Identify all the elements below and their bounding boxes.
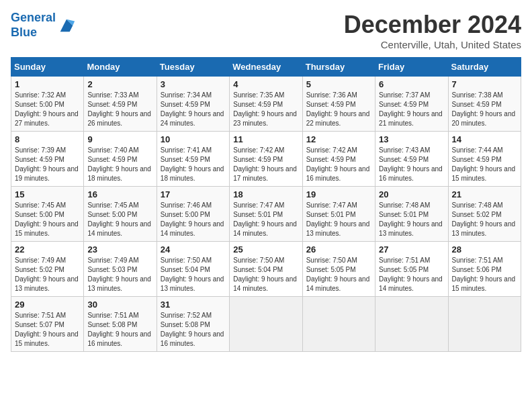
day-number: 9 bbox=[87, 134, 152, 144]
table-row: 24 Sunrise: 7:50 AMSunset: 5:04 PMDaylig… bbox=[157, 242, 229, 297]
day-detail: Sunrise: 7:42 AMSunset: 4:59 PMDaylight:… bbox=[306, 146, 370, 182]
day-number: 16 bbox=[87, 189, 152, 199]
day-detail: Sunrise: 7:35 AMSunset: 4:59 PMDaylight:… bbox=[233, 91, 297, 127]
day-number: 21 bbox=[452, 189, 517, 199]
table-row: 15 Sunrise: 7:45 AMSunset: 5:00 PMDaylig… bbox=[11, 187, 84, 242]
day-detail: Sunrise: 7:41 AMSunset: 4:59 PMDaylight:… bbox=[161, 146, 224, 182]
table-row: 4 Sunrise: 7:35 AMSunset: 4:59 PMDayligh… bbox=[230, 77, 302, 132]
day-detail: Sunrise: 7:46 AMSunset: 5:00 PMDaylight:… bbox=[161, 201, 224, 237]
day-number: 25 bbox=[233, 244, 298, 255]
logo-icon bbox=[57, 16, 76, 35]
day-number: 14 bbox=[452, 134, 517, 144]
day-detail: Sunrise: 7:50 AMSunset: 5:04 PMDaylight:… bbox=[161, 257, 224, 292]
day-number: 31 bbox=[161, 300, 226, 310]
day-number: 26 bbox=[306, 244, 371, 255]
table-row: 3 Sunrise: 7:34 AMSunset: 4:59 PMDayligh… bbox=[157, 77, 229, 132]
table-row: 25 Sunrise: 7:50 AMSunset: 5:04 PMDaylig… bbox=[230, 242, 302, 297]
day-detail: Sunrise: 7:47 AMSunset: 5:01 PMDaylight:… bbox=[306, 201, 370, 237]
day-detail: Sunrise: 7:37 AMSunset: 4:59 PMDaylight:… bbox=[379, 91, 443, 127]
day-number: 27 bbox=[379, 244, 444, 255]
table-row: 5 Sunrise: 7:36 AMSunset: 4:59 PMDayligh… bbox=[302, 77, 375, 132]
table-row: 23 Sunrise: 7:49 AMSunset: 5:03 PMDaylig… bbox=[84, 242, 157, 297]
day-detail: Sunrise: 7:33 AMSunset: 4:59 PMDaylight:… bbox=[87, 91, 151, 127]
day-number: 6 bbox=[379, 79, 444, 89]
day-number: 19 bbox=[306, 189, 371, 199]
table-row: 18 Sunrise: 7:47 AMSunset: 5:01 PMDaylig… bbox=[230, 187, 302, 242]
table-row: 8 Sunrise: 7:39 AMSunset: 4:59 PMDayligh… bbox=[11, 132, 84, 187]
table-row: 31 Sunrise: 7:52 AMSunset: 5:08 PMDaylig… bbox=[157, 297, 229, 352]
calendar-week-2: 8 Sunrise: 7:39 AMSunset: 4:59 PMDayligh… bbox=[11, 132, 521, 187]
day-detail: Sunrise: 7:50 AMSunset: 5:04 PMDaylight:… bbox=[233, 257, 297, 292]
day-number: 17 bbox=[161, 189, 226, 199]
day-number: 24 bbox=[161, 244, 226, 255]
table-row: 30 Sunrise: 7:51 AMSunset: 5:08 PMDaylig… bbox=[84, 297, 157, 352]
day-number: 10 bbox=[161, 134, 226, 144]
table-row: 12 Sunrise: 7:42 AMSunset: 4:59 PMDaylig… bbox=[302, 132, 375, 187]
day-number: 20 bbox=[379, 189, 444, 199]
day-detail: Sunrise: 7:39 AMSunset: 4:59 PMDaylight:… bbox=[15, 146, 79, 182]
day-detail: Sunrise: 7:49 AMSunset: 5:03 PMDaylight:… bbox=[87, 257, 151, 292]
table-row: 16 Sunrise: 7:45 AMSunset: 5:00 PMDaylig… bbox=[84, 187, 157, 242]
col-saturday: Saturday bbox=[448, 58, 521, 77]
day-detail: Sunrise: 7:51 AMSunset: 5:05 PMDaylight:… bbox=[379, 257, 443, 292]
day-detail: Sunrise: 7:44 AMSunset: 4:59 PMDaylight:… bbox=[452, 146, 516, 182]
day-number: 7 bbox=[452, 79, 517, 89]
title-area: December 2024 Centerville, Utah, United … bbox=[344, 11, 521, 50]
day-detail: Sunrise: 7:34 AMSunset: 4:59 PMDaylight:… bbox=[161, 91, 224, 127]
table-row: 9 Sunrise: 7:40 AMSunset: 4:59 PMDayligh… bbox=[84, 132, 157, 187]
day-detail: Sunrise: 7:40 AMSunset: 4:59 PMDaylight:… bbox=[87, 146, 151, 182]
day-detail: Sunrise: 7:36 AMSunset: 4:59 PMDaylight:… bbox=[306, 91, 370, 127]
table-row: 10 Sunrise: 7:41 AMSunset: 4:59 PMDaylig… bbox=[157, 132, 229, 187]
day-number: 28 bbox=[452, 244, 517, 255]
calendar-week-5: 29 Sunrise: 7:51 AMSunset: 5:07 PMDaylig… bbox=[11, 297, 521, 352]
col-tuesday: Tuesday bbox=[157, 58, 229, 77]
calendar-week-3: 15 Sunrise: 7:45 AMSunset: 5:00 PMDaylig… bbox=[11, 187, 521, 242]
day-number: 12 bbox=[306, 134, 371, 144]
day-detail: Sunrise: 7:51 AMSunset: 5:07 PMDaylight:… bbox=[15, 312, 79, 347]
day-number: 30 bbox=[87, 300, 152, 310]
table-row: 17 Sunrise: 7:46 AMSunset: 5:00 PMDaylig… bbox=[157, 187, 229, 242]
day-number: 4 bbox=[233, 79, 298, 89]
day-detail: Sunrise: 7:50 AMSunset: 5:05 PMDaylight:… bbox=[306, 257, 370, 292]
day-number: 13 bbox=[379, 134, 444, 144]
day-number: 15 bbox=[15, 189, 80, 199]
logo-text: General Blue bbox=[11, 11, 56, 40]
day-detail: Sunrise: 7:47 AMSunset: 5:01 PMDaylight:… bbox=[233, 201, 297, 237]
day-detail: Sunrise: 7:38 AMSunset: 4:59 PMDaylight:… bbox=[452, 91, 516, 127]
day-detail: Sunrise: 7:42 AMSunset: 4:59 PMDaylight:… bbox=[233, 146, 297, 182]
table-row: 29 Sunrise: 7:51 AMSunset: 5:07 PMDaylig… bbox=[11, 297, 84, 352]
table-row bbox=[375, 297, 448, 352]
day-number: 18 bbox=[233, 189, 298, 199]
day-detail: Sunrise: 7:48 AMSunset: 5:02 PMDaylight:… bbox=[452, 201, 516, 237]
table-row: 27 Sunrise: 7:51 AMSunset: 5:05 PMDaylig… bbox=[375, 242, 448, 297]
table-row: 28 Sunrise: 7:51 AMSunset: 5:06 PMDaylig… bbox=[448, 242, 521, 297]
table-row: 21 Sunrise: 7:48 AMSunset: 5:02 PMDaylig… bbox=[448, 187, 521, 242]
day-number: 22 bbox=[15, 244, 80, 255]
day-detail: Sunrise: 7:32 AMSunset: 5:00 PMDaylight:… bbox=[15, 91, 79, 127]
day-detail: Sunrise: 7:43 AMSunset: 4:59 PMDaylight:… bbox=[379, 146, 443, 182]
day-detail: Sunrise: 7:45 AMSunset: 5:00 PMDaylight:… bbox=[87, 201, 151, 237]
day-detail: Sunrise: 7:49 AMSunset: 5:02 PMDaylight:… bbox=[15, 257, 79, 292]
table-row: 13 Sunrise: 7:43 AMSunset: 4:59 PMDaylig… bbox=[375, 132, 448, 187]
day-number: 8 bbox=[15, 134, 80, 144]
table-row bbox=[448, 297, 521, 352]
table-row: 14 Sunrise: 7:44 AMSunset: 4:59 PMDaylig… bbox=[448, 132, 521, 187]
day-detail: Sunrise: 7:45 AMSunset: 5:00 PMDaylight:… bbox=[15, 201, 79, 237]
table-row: 2 Sunrise: 7:33 AMSunset: 4:59 PMDayligh… bbox=[84, 77, 157, 132]
table-row: 11 Sunrise: 7:42 AMSunset: 4:59 PMDaylig… bbox=[230, 132, 302, 187]
table-row: 20 Sunrise: 7:48 AMSunset: 5:01 PMDaylig… bbox=[375, 187, 448, 242]
col-wednesday: Wednesday bbox=[230, 58, 302, 77]
day-number: 11 bbox=[233, 134, 298, 144]
month-title: December 2024 bbox=[344, 11, 521, 39]
calendar-week-4: 22 Sunrise: 7:49 AMSunset: 5:02 PMDaylig… bbox=[11, 242, 521, 297]
location-title: Centerville, Utah, United States bbox=[344, 39, 521, 50]
header-row: Sunday Monday Tuesday Wednesday Thursday… bbox=[11, 58, 521, 77]
calendar-table: Sunday Monday Tuesday Wednesday Thursday… bbox=[11, 57, 521, 352]
table-row bbox=[302, 297, 375, 352]
calendar-week-1: 1 Sunrise: 7:32 AMSunset: 5:00 PMDayligh… bbox=[11, 77, 521, 132]
logo: General Blue bbox=[11, 11, 76, 40]
table-row: 6 Sunrise: 7:37 AMSunset: 4:59 PMDayligh… bbox=[375, 77, 448, 132]
table-row: 7 Sunrise: 7:38 AMSunset: 4:59 PMDayligh… bbox=[448, 77, 521, 132]
day-detail: Sunrise: 7:51 AMSunset: 5:06 PMDaylight:… bbox=[452, 257, 516, 292]
day-number: 23 bbox=[87, 244, 152, 255]
